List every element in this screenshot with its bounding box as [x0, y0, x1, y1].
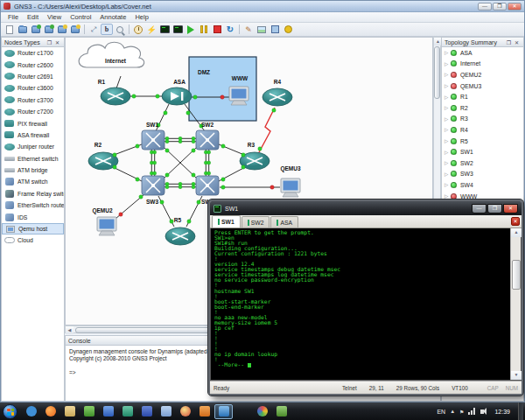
expand-arrow-icon[interactable]: ▷ [444, 160, 451, 165]
node-type-cloud[interactable]: Cloud [2, 234, 64, 246]
start-all-icon[interactable] [185, 24, 197, 35]
node-type-router-c2600[interactable]: Router c2600 [2, 59, 64, 70]
node-type-atm-bridge[interactable]: ATM bridge [2, 164, 64, 176]
menu-control[interactable]: Control [66, 13, 95, 21]
node-type-router-c7200[interactable]: Router c7200 [2, 106, 64, 117]
expand-arrow-icon[interactable]: ▷ [444, 94, 451, 100]
show-desktop-button[interactable] [518, 402, 523, 420]
summary-item-qemu2[interactable]: ▷QEMU2 [442, 69, 523, 80]
summary-item-sw3[interactable]: ▷SW3 [442, 169, 523, 180]
export-icon[interactable] [69, 24, 81, 35]
new-icon[interactable] [4, 24, 16, 35]
expand-arrow-icon[interactable]: ▷ [444, 150, 451, 155]
close-panel-icon[interactable]: ✕ [53, 39, 61, 46]
taskbar-firefox-icon[interactable] [41, 404, 60, 419]
scrollbar-thumb[interactable] [75, 327, 224, 333]
summary-item-internet[interactable]: ▷Internet [442, 59, 523, 70]
float-panel-icon[interactable]: ❐ [46, 39, 53, 46]
snapshot-icon[interactable] [56, 24, 68, 35]
expand-arrow-icon[interactable]: ▷ [444, 182, 451, 187]
terminal-screen[interactable]: Press ENTER to get the prompt. SW1>en SW… [210, 228, 522, 381]
fit-in-view-icon[interactable]: ⤢ [88, 24, 100, 35]
volume-icon[interactable] [480, 410, 484, 414]
summary-item-r5[interactable]: ▷R5 [442, 136, 523, 147]
expand-arrow-icon[interactable]: ▷ [444, 61, 451, 66]
taskbar-mail-icon[interactable] [157, 404, 175, 419]
summary-item-qemu3[interactable]: ▷QEMU3 [442, 80, 523, 92]
menu-view[interactable]: View [43, 13, 66, 21]
taskbar-gns3-icon[interactable] [272, 404, 290, 419]
expand-arrow-icon[interactable]: ▷ [444, 50, 451, 55]
summary-item-r3[interactable]: ▷R3 [442, 114, 523, 125]
node-r1[interactable] [101, 88, 130, 105]
summary-item-sw4[interactable]: ▷SW4 [442, 179, 523, 191]
menu-file[interactable]: File [4, 13, 23, 21]
idle-pc-clock-icon[interactable] [132, 24, 144, 35]
expand-arrow-icon[interactable]: ▷ [444, 105, 451, 110]
summary-item-r2[interactable]: ▷R2 [442, 102, 523, 114]
taskbar-app-icon[interactable] [195, 404, 214, 419]
float-panel-icon[interactable]: ❐ [505, 39, 513, 46]
node-type-router-c3600[interactable]: Router c3600 [2, 82, 64, 94]
close-panel-icon[interactable]: ✕ [513, 39, 521, 46]
language-indicator[interactable]: EN [437, 409, 445, 415]
maximize-button[interactable]: ❐ [493, 3, 507, 10]
stop-all-icon[interactable] [211, 24, 223, 35]
summary-item-r1[interactable]: ▷R1 [442, 91, 523, 102]
taskbar-app-icon[interactable] [137, 404, 156, 419]
summary-item-sw1[interactable]: ▷SW1 [442, 146, 523, 158]
taskbar-app-icon[interactable] [253, 404, 271, 419]
expand-arrow-icon[interactable]: ▷ [444, 127, 451, 132]
taskbar-app-icon[interactable] [80, 404, 98, 419]
tab-sw1[interactable]: SW1 [212, 215, 241, 228]
node-type-ethernet-switch[interactable]: Ethernet switch [2, 153, 64, 164]
node-type-asa-firewall[interactable]: ASA firewall [2, 130, 64, 141]
tab-sw2[interactable]: SW2 [242, 216, 270, 228]
minimize-button[interactable]: — [478, 3, 492, 10]
summary-item-asa[interactable]: ▷ASA [442, 47, 523, 59]
node-type-router-c1700[interactable]: Router c1700 [2, 47, 64, 59]
summary-item-r4[interactable]: ▷R4 [442, 124, 523, 136]
taskbar-app-icon[interactable] [118, 404, 136, 419]
draw-ellipse-icon[interactable] [282, 24, 294, 35]
scroll-left-icon[interactable]: ◀ [66, 326, 74, 334]
close-button[interactable]: ✕ [508, 3, 522, 10]
scroll-down-icon[interactable]: ▼ [511, 371, 522, 380]
taskbar-active-terminal-icon[interactable] [214, 404, 233, 419]
telnet-all-icon[interactable]: ⚡ [145, 24, 158, 35]
open-icon[interactable] [17, 24, 29, 35]
node-type-ids[interactable]: IDS [2, 211, 64, 222]
expand-arrow-icon[interactable]: ▷ [444, 116, 451, 122]
browse-icon[interactable] [114, 24, 126, 35]
node-qemu2[interactable] [97, 217, 116, 235]
expand-arrow-icon[interactable]: ▷ [444, 83, 451, 88]
taskbar-ie-icon[interactable] [22, 404, 40, 419]
taskbar-app-icon[interactable] [99, 404, 117, 419]
expand-arrow-icon[interactable]: ▷ [444, 193, 451, 199]
terminal-close-button[interactable]: ✕ [503, 204, 518, 214]
expand-arrow-icon[interactable]: ▷ [444, 138, 451, 144]
taskbar-browser-icon[interactable] [176, 404, 194, 419]
summary-item-sw2[interactable]: ▷SW2 [442, 158, 523, 169]
start-button[interactable] [3, 404, 18, 419]
menu-edit[interactable]: Edit [23, 13, 43, 21]
node-type-etherswitch-router[interactable]: EtherSwitch router [2, 200, 64, 211]
node-type-juniper-router[interactable]: Juniper router [2, 141, 64, 152]
save-as-icon[interactable] [43, 24, 55, 35]
node-type-pix-firewall[interactable]: PIX firewall [2, 117, 64, 129]
node-qemu3[interactable] [281, 178, 300, 197]
gns3-titlebar[interactable]: GNS3 - C:/Users/Alexi/Desktop/Labs/Cover… [1, 1, 524, 12]
aux-console-icon[interactable] [172, 24, 184, 35]
node-asa[interactable] [162, 88, 192, 105]
menu-help[interactable]: Help [130, 13, 152, 21]
node-type-frame-relay-switch[interactable]: Frame Relay switch [2, 188, 64, 200]
node-type-router-c2691[interactable]: Router c2691 [2, 71, 64, 82]
draw-rectangle-icon[interactable] [269, 24, 281, 35]
scrollbar-thumb[interactable] [512, 260, 521, 290]
terminal-scrollbar[interactable]: ▲ ▼ [510, 228, 521, 380]
node-type-qemu-host[interactable]: Qemu host [2, 223, 64, 234]
menu-annotate[interactable]: Annotate [95, 13, 130, 21]
tray-expand-icon[interactable]: ▲ [450, 409, 455, 414]
node-sw3[interactable] [142, 176, 164, 195]
scroll-up-icon[interactable]: ▲ [511, 228, 522, 237]
